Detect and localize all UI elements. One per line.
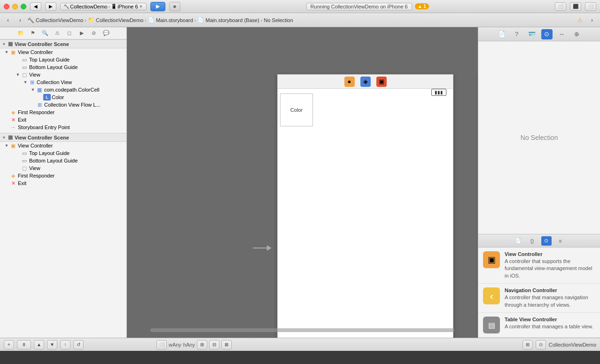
view2-label: View — [29, 165, 40, 171]
top-layout-icon1: ▭ — [21, 56, 28, 63]
view1-icon: ▢ — [21, 71, 28, 78]
bottom-share[interactable]: ↑ — [60, 340, 70, 349]
toolbar-right: ⚠ › — [575, 15, 597, 25]
toggle-fr2 — [4, 173, 9, 178]
tree-item-color-cell[interactable]: ▼ ▦ com.codepath.ColorCell — [0, 86, 126, 93]
stop-button[interactable]: ■ — [169, 2, 180, 11]
toggle-bottom — [15, 64, 21, 70]
lib-item-vc[interactable]: ▣ View Controller A controller that supp… — [478, 248, 600, 284]
title-bar: ◀ ▶ 🔨 CollectiowDemo › 📱 iPhone 6 ▼ ▶ ■ … — [0, 0, 600, 13]
toggle-right-panel[interactable]: ⬜ — [585, 2, 596, 11]
tree-item-color-label[interactable]: L Color — [0, 93, 126, 101]
nav-tab-breakpoints[interactable]: ⊘ — [89, 29, 99, 38]
lib-item-table[interactable]: ▤ Table View Controller A controller tha… — [478, 313, 600, 338]
warning-badge[interactable]: ▲ 1 — [415, 3, 429, 9]
inspector-tab-identity[interactable]: 🪪 — [526, 29, 538, 39]
lib-item-nav-desc: A controller that manages navigation thr… — [505, 294, 595, 309]
bottom-git[interactable]: ↺ — [73, 340, 84, 349]
inspector-tab-attributes[interactable]: ⊙ — [541, 29, 553, 39]
tree-item-exit2[interactable]: ✕ Exit — [0, 179, 126, 187]
fullscreen-button[interactable] — [21, 4, 26, 9]
bottom-nav-up[interactable]: ▲ — [34, 340, 44, 349]
navigator-panel: 📁 ⚑ 🔍 ⚠ ◻ ▶ ⊘ 💬 ▼ ▦ View Controller Scen… — [0, 27, 127, 338]
breadcrumb-item-project[interactable]: 🔨 CollectionViewDemo — [27, 17, 83, 23]
inspector-tab-file[interactable]: 📄 — [496, 29, 507, 39]
lib-tab-code[interactable]: {} — [527, 236, 538, 246]
tree-item-vc1[interactable]: ▼ ▣ View Controller — [0, 48, 126, 56]
bottom-add-button[interactable]: + — [4, 340, 14, 349]
tree-item-bottom-layout1[interactable]: ▭ Bottom Layout Guide — [0, 63, 126, 71]
lib-item-nav[interactable]: ‹ Navigation Controller A controller tha… — [478, 284, 600, 313]
inspector-tab-size[interactable]: ↔ — [556, 29, 568, 39]
bottom-center: ⬜ wAny hAny ⊞ ⊟ ⊠ — [86, 340, 302, 349]
toggle-assistant[interactable]: ⬛ — [570, 2, 581, 11]
toggle-top — [15, 57, 21, 62]
nav-tab-tests[interactable]: ◻ — [64, 29, 75, 38]
tree-item-top-layout1[interactable]: ▭ Top Layout Guide — [0, 56, 126, 63]
color-label: Color — [52, 94, 64, 100]
canvas-size-btn3[interactable]: ⊠ — [221, 340, 232, 349]
toolbar-icon-1: ● — [344, 77, 355, 87]
nav-tab-symbols[interactable]: ⚑ — [28, 29, 38, 38]
bottom-zoom-btn[interactable]: ⊙ — [536, 340, 546, 349]
tree-item-entry-point[interactable]: → Storyboard Entry Point — [0, 124, 126, 131]
minimize-button[interactable] — [12, 4, 18, 9]
lib-tab-file-template[interactable]: 📄 — [513, 236, 523, 246]
run-button[interactable]: ▶ — [150, 2, 165, 11]
tree-item-collection-view[interactable]: ▼ ⊞ Collection View — [0, 78, 126, 86]
tree-item-flow-layout[interactable]: ⊞ Collection View Flow L... — [0, 101, 126, 108]
canvas-size-btn2[interactable]: ⊟ — [209, 340, 219, 349]
canvas-layout-btn[interactable]: ⬜ — [156, 340, 167, 349]
flow-label: Collection View Flow L... — [44, 102, 101, 108]
tree-item-view2[interactable]: ▢ View — [0, 164, 126, 172]
top-layout-label1: Top Layout Guide — [29, 57, 70, 62]
close-button[interactable] — [4, 4, 9, 9]
scene2-header[interactable]: ▼ ▦ View Controller Scene — [0, 133, 126, 142]
nav-back-button[interactable]: ◀ — [30, 2, 41, 11]
lib-item-nav-text: Navigation Controller A controller that … — [505, 287, 595, 309]
bottom-bar: + ⏸ ▲ ▼ ↑ ↺ ⬜ wAny hAny ⊞ ⊟ ⊠ ⊞ ⊙ Collec… — [0, 338, 600, 351]
warning-button[interactable]: ⚠ — [575, 15, 585, 25]
fr1-icon: ◈ — [9, 109, 17, 116]
tree-item-vc2[interactable]: ▼ ▣ View Controller — [0, 142, 126, 149]
canvas-scrollbar[interactable] — [150, 328, 454, 332]
forward-button[interactable]: › — [15, 15, 25, 25]
arrow-line — [253, 248, 267, 248]
bottom-grid-btn[interactable]: ⊞ — [522, 340, 533, 349]
breadcrumb-item-folder[interactable]: 📁 CollectionViewDemo — [88, 17, 143, 23]
toggle-left-panel[interactable]: ⬜ — [555, 2, 566, 11]
nav-tab-log[interactable]: 💬 — [101, 29, 111, 38]
nav-forward-button[interactable]: ▶ — [45, 2, 56, 11]
canvas-size-btn1[interactable]: ⊞ — [197, 340, 207, 349]
tree-item-first-responder1[interactable]: ◈ First Responder — [0, 108, 126, 116]
tree-item-view1[interactable]: ▼ ▢ View — [0, 71, 126, 78]
scheme-selector[interactable]: 🔨 CollectiowDemo › 📱 iPhone 6 ▼ — [60, 3, 147, 10]
breadcrumb-item-storyboard2[interactable]: 📄 Main.storyboard (Base) — [197, 17, 259, 23]
toolbar-right-arrow[interactable]: › — [587, 15, 597, 25]
tree-item-exit1[interactable]: ✕ Exit — [0, 116, 126, 124]
nav-tab-search[interactable]: 🔍 — [40, 29, 50, 38]
inspector-tab-connections[interactable]: ⊕ — [571, 29, 583, 39]
nav-tab-issues[interactable]: ⚠ — [52, 29, 62, 38]
tree-item-first-responder2[interactable]: ◈ First Responder — [0, 172, 126, 179]
tree-item-top-layout2[interactable]: ▭ Top Layout Guide — [0, 149, 126, 157]
scene1-header[interactable]: ▼ ▦ View Controller Scene — [0, 39, 126, 48]
lib-tab-objects[interactable]: ⊙ — [541, 236, 552, 246]
bottom-info-button[interactable]: ⏸ — [17, 340, 31, 349]
back-button[interactable]: ‹ — [3, 15, 13, 25]
app-name-label: CollectiowDemo — [70, 4, 107, 9]
sep3: › — [195, 17, 196, 23]
bottom-layout-icon1: ▭ — [21, 64, 28, 70]
breadcrumb-item-storyboard1[interactable]: 📄 Main.storyboard — [148, 17, 193, 23]
inspector-tab-quick[interactable]: ? — [511, 29, 522, 39]
tree-item-bottom-layout2[interactable]: ▭ Bottom Layout Guide — [0, 157, 126, 164]
canvas-area[interactable]: ● ◈ ▣ ▮▮▮ Color View Controller — [127, 27, 478, 338]
nav-tab-project[interactable]: 📁 — [16, 29, 26, 38]
fr2-label: First Responder — [18, 173, 55, 178]
no-selection-area: No Selection — [478, 41, 600, 234]
nav-tab-debug[interactable]: ▶ — [77, 29, 87, 38]
bottom-nav-down[interactable]: ▼ — [47, 340, 57, 349]
toggle-exit1 — [4, 117, 9, 123]
lib-tab-media[interactable]: ≡ — [555, 236, 566, 246]
iphone-frame[interactable]: ● ◈ ▣ ▮▮▮ Color — [277, 74, 453, 338]
